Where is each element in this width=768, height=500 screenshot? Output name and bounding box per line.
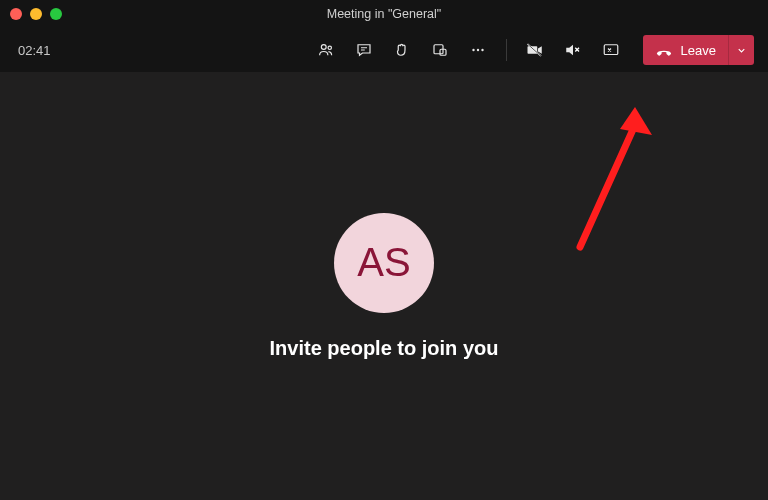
- svg-line-10: [580, 125, 635, 247]
- hangup-icon: [655, 41, 673, 59]
- toolbar-separator: [506, 39, 507, 61]
- svg-point-5: [476, 49, 478, 51]
- leave-label: Leave: [681, 43, 716, 58]
- leave-button[interactable]: Leave: [643, 35, 728, 65]
- close-window-button[interactable]: [10, 8, 22, 20]
- svg-point-4: [472, 49, 474, 51]
- hand-icon: [393, 41, 411, 59]
- call-timer: 02:41: [18, 43, 51, 58]
- chat-button[interactable]: [348, 36, 380, 64]
- people-icon: [317, 41, 335, 59]
- share-screen-off-icon: [602, 41, 620, 59]
- avatar-initials: AS: [357, 240, 410, 285]
- chevron-down-icon: [736, 45, 747, 56]
- svg-point-6: [481, 49, 483, 51]
- breakout-rooms-icon: [431, 41, 449, 59]
- svg-point-0: [321, 45, 326, 50]
- titlebar: Meeting in "General": [0, 0, 768, 28]
- invite-prompt: Invite people to join you: [270, 337, 499, 360]
- meeting-toolbar: 02:41: [0, 28, 768, 72]
- camera-toggle-button[interactable]: [519, 36, 551, 64]
- raise-hand-button[interactable]: [386, 36, 418, 64]
- meeting-stage: AS Invite people to join you: [0, 72, 768, 500]
- camera-off-icon: [526, 41, 544, 59]
- svg-marker-11: [620, 107, 652, 135]
- svg-point-1: [328, 46, 331, 49]
- svg-rect-9: [604, 45, 618, 55]
- chat-icon: [355, 41, 373, 59]
- maximize-window-button[interactable]: [50, 8, 62, 20]
- leave-options-button[interactable]: [728, 35, 754, 65]
- window-controls: [10, 8, 62, 20]
- leave-button-group: Leave: [643, 35, 754, 65]
- ellipsis-icon: [469, 41, 487, 59]
- rooms-button[interactable]: [424, 36, 456, 64]
- mic-toggle-button[interactable]: [557, 36, 589, 64]
- minimize-window-button[interactable]: [30, 8, 42, 20]
- annotation-arrow: [540, 107, 680, 257]
- meeting-window: Meeting in "General" 02:41: [0, 0, 768, 500]
- speaker-muted-icon: [564, 41, 582, 59]
- window-title: Meeting in "General": [0, 7, 768, 21]
- share-screen-button[interactable]: [595, 36, 627, 64]
- more-actions-button[interactable]: [462, 36, 494, 64]
- avatar: AS: [334, 213, 434, 313]
- participants-button[interactable]: [310, 36, 342, 64]
